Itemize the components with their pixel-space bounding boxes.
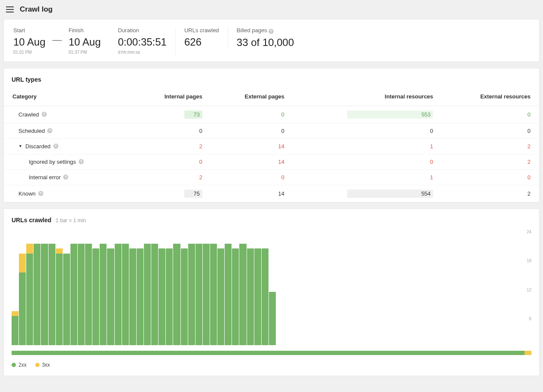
chart-bar[interactable] (151, 230, 158, 345)
chart-bar[interactable] (56, 230, 63, 345)
chart-bar[interactable] (107, 230, 114, 345)
chart-bar[interactable] (92, 230, 99, 345)
y-tick: 18 (527, 258, 531, 263)
chart-bar-empty (364, 230, 371, 345)
chart-bar-empty (409, 230, 415, 345)
help-icon[interactable]: ? (268, 29, 274, 34)
table-row[interactable]: Ignored by settings?01402 (4, 154, 539, 169)
chart-bar[interactable] (203, 230, 210, 345)
finish-sub: 01:37 PM (69, 50, 101, 55)
urls-crawled-chart: 2418126 (12, 230, 531, 346)
bar-segment-2xx (137, 248, 143, 345)
table-row[interactable]: Internal error?2010 (4, 169, 539, 185)
table-cell: 0 (211, 169, 293, 185)
chart-bar[interactable] (262, 230, 268, 345)
chart-bar-empty (350, 230, 357, 345)
bar-segment-2xx (85, 244, 92, 345)
chart-bar[interactable] (247, 230, 254, 345)
urls-crawled-title: URLs crawled 1 bar = 1 min (4, 209, 539, 230)
chart-bar[interactable] (115, 230, 122, 345)
table-row[interactable]: Crawled?7305530 (4, 106, 539, 123)
chart-bar[interactable] (19, 230, 26, 345)
table-cell: 1 (293, 169, 442, 185)
bar-segment-2xx (254, 248, 261, 345)
menu-icon[interactable] (6, 6, 14, 12)
chart-bar[interactable] (239, 230, 246, 345)
table-cell: 0 (442, 123, 539, 138)
chart-bar-empty (335, 230, 342, 345)
page-header: Crawl log (0, 0, 543, 19)
summary-urls: URLs crawled 626 (176, 27, 228, 48)
chart-bar[interactable] (166, 230, 173, 345)
chart-bar[interactable] (100, 230, 107, 345)
chart-bar[interactable] (232, 230, 239, 345)
chart-bar[interactable] (70, 230, 77, 345)
table-row[interactable]: Known?75145542 (4, 185, 539, 202)
bar-segment-2xx (239, 244, 246, 345)
caret-down-icon[interactable]: ▼ (18, 144, 23, 148)
table-cell: 0 (442, 169, 539, 185)
chart-bar[interactable] (159, 230, 165, 345)
help-icon[interactable]: ? (42, 112, 47, 117)
bar-segment-2xx (173, 244, 180, 345)
chart-bar[interactable] (210, 230, 217, 345)
bar-segment-2xx (225, 244, 232, 345)
chart-bar[interactable] (34, 230, 40, 345)
bar-segment-2xx (26, 254, 33, 345)
table-header: Internal resources (293, 89, 442, 106)
bar-segment-2xx (100, 244, 107, 345)
chart-bar[interactable] (181, 230, 188, 345)
chart-bar-empty (489, 230, 496, 345)
chart-bar[interactable] (122, 230, 129, 345)
table-row[interactable]: ▼Discarded?21412 (4, 138, 539, 154)
bar-segment-2xx (19, 273, 26, 345)
chart-bar-empty (320, 230, 327, 345)
chart-bar[interactable] (78, 230, 85, 345)
bar-segment-2xx (269, 292, 276, 345)
chart-bar[interactable] (254, 230, 261, 345)
bar-segment-2xx (247, 248, 254, 345)
chart-bar[interactable] (269, 230, 276, 345)
category-name: Internal error (29, 174, 61, 181)
chart-bar[interactable] (137, 230, 143, 345)
chart-bar-empty (291, 230, 298, 345)
chart-bar[interactable] (144, 230, 151, 345)
chart-bar[interactable] (63, 230, 70, 345)
chart-bar[interactable] (188, 230, 195, 345)
urls-crawled-card: URLs crawled 1 bar = 1 min 2418126 2xx 3… (3, 208, 540, 376)
bar-segment-2xx (70, 244, 77, 345)
chart-bar[interactable] (49, 230, 55, 345)
bar-segment-2xx (49, 244, 55, 345)
help-icon[interactable]: ? (63, 175, 68, 180)
bar-segment-2xx (210, 244, 217, 345)
table-row[interactable]: Scheduled?0000 (4, 123, 539, 138)
table-header: External pages (211, 89, 293, 106)
bar-segment-3xx (12, 311, 18, 316)
chart-bar[interactable] (225, 230, 232, 345)
chart-bar[interactable] (195, 230, 202, 345)
chart-bar-empty (379, 230, 386, 345)
bar-segment-2xx (34, 244, 40, 345)
chart-bar[interactable] (41, 230, 48, 345)
duration-value: 0:00:35:51 (118, 36, 167, 48)
chart-bar[interactable] (217, 230, 224, 345)
category-name: Ignored by settings (29, 159, 76, 165)
chart-bar[interactable] (129, 230, 136, 345)
help-icon[interactable]: ? (53, 144, 58, 149)
chart-bar[interactable] (85, 230, 92, 345)
help-icon[interactable]: ? (47, 128, 52, 133)
chart-bar[interactable] (26, 230, 33, 345)
bar-segment-2xx (188, 244, 195, 345)
category-name: Crawled (18, 111, 39, 118)
help-icon[interactable]: ? (79, 159, 84, 164)
chart-bar-empty (328, 230, 335, 345)
table-cell: 2 (442, 154, 539, 169)
chart-bar[interactable] (173, 230, 180, 345)
bar-segment-2xx (115, 244, 122, 345)
category-name: Discarded (25, 143, 51, 150)
help-icon[interactable]: ? (38, 191, 43, 196)
chart-bar[interactable] (12, 230, 18, 345)
table-header: Category (4, 89, 131, 106)
legend-2xx: 2xx (12, 362, 27, 368)
urls-label: URLs crawled (184, 27, 219, 34)
